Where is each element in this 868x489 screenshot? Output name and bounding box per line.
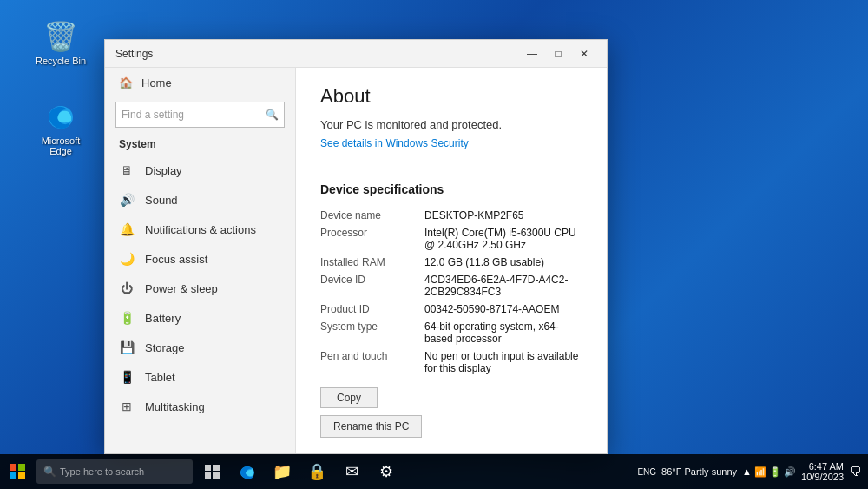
taskbar-search-box[interactable]: 🔍 (36, 459, 193, 484)
sidebar-item-tablet[interactable]: 📱 Tablet (105, 362, 295, 392)
table-row: Product ID 00342-50590-87174-AAOEM (320, 301, 582, 318)
spec-value: No pen or touch input is available for t… (424, 347, 582, 377)
spec-value: 00342-50590-87174-AAOEM (424, 301, 582, 318)
spec-label: Installed RAM (320, 254, 424, 271)
spec-label: Product ID (320, 301, 424, 318)
multitasking-icon: ⊞ (119, 399, 135, 414)
svg-rect-4 (18, 472, 25, 479)
taskbar-search-icon: 🔍 (43, 466, 56, 478)
minimize-button[interactable]: — (520, 43, 544, 64)
table-row: Installed RAM 12.0 GB (11.8 GB usable) (320, 254, 582, 271)
window-titlebar: Settings — □ ✕ (105, 40, 607, 68)
power-icon: ⏻ (119, 281, 135, 296)
notifications-icon: 🔔 (119, 221, 135, 237)
tablet-label: Tablet (145, 371, 175, 384)
microsoft-edge-icon[interactable]: Microsoft Edge (30, 96, 91, 160)
storage-label: Storage (145, 341, 185, 354)
spec-label: Pen and touch (320, 347, 424, 377)
clock-time: 6:47 AM (809, 461, 844, 472)
recycle-bin-icon[interactable]: 🗑️ Recycle Bin (30, 16, 91, 69)
settings-search-input[interactable] (122, 109, 266, 121)
device-specs-heading: Device specifications (320, 182, 582, 196)
focus-assist-label: Focus assist (145, 253, 207, 266)
svg-rect-6 (213, 465, 220, 471)
tablet-icon: 📱 (119, 369, 135, 385)
power-sleep-label: Power & sleep (145, 282, 218, 295)
battery-label: Battery (145, 312, 181, 325)
protected-text: Your PC is monitored and protected. (320, 118, 582, 131)
svg-rect-8 (213, 472, 220, 479)
spec-value: DESKTOP-KMP2F65 (424, 207, 582, 224)
notification-icon[interactable]: 🗨 (849, 465, 861, 479)
sidebar-item-multitasking[interactable]: ⊞ Multitasking (105, 392, 295, 421)
task-view-button[interactable] (196, 454, 229, 489)
table-row: System type 64-bit operating system, x64… (320, 318, 582, 347)
display-label: Display (145, 164, 182, 177)
security-link[interactable]: See details in Windows Security (320, 137, 469, 149)
about-title: About (320, 85, 582, 108)
start-button[interactable] (0, 454, 35, 489)
maximize-button[interactable]: □ (546, 43, 570, 64)
display-icon: 🖥 (119, 162, 135, 178)
sidebar-home[interactable]: 🏠 Home (105, 68, 295, 98)
spec-value: 64-bit operating system, x64-based proce… (424, 318, 582, 347)
storage-icon: 💾 (119, 340, 135, 355)
svg-rect-1 (10, 464, 16, 471)
spec-label: System type (320, 318, 424, 347)
desktop: 🗑️ Recycle Bin Microsoft Edge Settings —… (0, 0, 868, 489)
weather-display: 86°F Partly sunny (661, 466, 737, 477)
home-label: Home (141, 76, 172, 89)
multitasking-label: Multitasking (145, 400, 205, 413)
settings-body: 🏠 Home 🔍 System 🖥 Display 🔊 Sound (105, 68, 607, 453)
taskbar-right: ENG 86°F Partly sunny ▲ 📶 🔋 🔊 6:47 AM 10… (637, 461, 868, 482)
sidebar-item-display[interactable]: 🖥 Display (105, 155, 295, 185)
taskbar: 🔍 📁 🔒 ✉ ⚙ (0, 454, 868, 489)
rename-pc-button[interactable]: Rename this PC (320, 415, 422, 438)
spec-value: 12.0 GB (11.8 GB usable) (424, 254, 582, 271)
sound-label: Sound (145, 194, 178, 207)
mail-button[interactable]: ✉ (335, 454, 368, 489)
sidebar-item-notifications[interactable]: 🔔 Notifications & actions (105, 215, 295, 244)
notifications-label: Notifications & actions (145, 223, 256, 236)
file-explorer-button[interactable]: 📁 (266, 454, 299, 489)
spec-label: Processor (320, 224, 424, 254)
focus-assist-icon: 🌙 (119, 251, 135, 267)
recycle-bin-label: Recycle Bin (36, 56, 86, 66)
sidebar-item-sound[interactable]: 🔊 Sound (105, 185, 295, 215)
home-icon: 🏠 (119, 76, 133, 89)
taskbar-apps: 📁 🔒 ✉ ⚙ (196, 454, 403, 489)
table-row: Device ID 4CD34ED6-6E2A-4F7D-A4C2-2CB29C… (320, 271, 582, 301)
sidebar-item-battery[interactable]: 🔋 Battery (105, 303, 295, 333)
edge-taskbar-button[interactable] (231, 454, 264, 489)
sidebar-item-storage[interactable]: 💾 Storage (105, 333, 295, 362)
window-controls: — □ ✕ (520, 43, 596, 64)
copy-button[interactable]: Copy (320, 387, 378, 408)
clock-date: 10/9/2023 (801, 472, 844, 482)
window-title: Settings (115, 48, 520, 60)
battery-icon: 🔋 (119, 310, 135, 326)
sound-icon: 🔊 (119, 192, 135, 208)
spec-label: Device ID (320, 271, 424, 301)
close-button[interactable]: ✕ (572, 43, 596, 64)
svg-rect-2 (18, 464, 25, 471)
taskbar-clock[interactable]: 6:47 AM 10/9/2023 (801, 461, 844, 482)
device-specs-table: Device name DESKTOP-KMP2F65 Processor In… (320, 207, 582, 377)
language-icon: ENG (637, 467, 656, 477)
svg-rect-7 (205, 472, 211, 479)
edge-icon-label: Microsoft Edge (34, 135, 88, 156)
table-row: Processor Intel(R) Core(TM) i5-6300U CPU… (320, 224, 582, 254)
system-section-label: System (105, 135, 295, 155)
table-row: Device name DESKTOP-KMP2F65 (320, 207, 582, 224)
settings-search-box[interactable]: 🔍 (115, 102, 285, 128)
svg-rect-5 (205, 465, 211, 471)
sidebar-item-power-sleep[interactable]: ⏻ Power & sleep (105, 274, 295, 303)
settings-button[interactable]: ⚙ (370, 454, 403, 489)
settings-main: About Your PC is monitored and protected… (296, 68, 607, 453)
spec-label: Device name (320, 207, 424, 224)
lock-button[interactable]: 🔒 (300, 454, 333, 489)
taskbar-search-input[interactable] (60, 466, 181, 477)
table-row: Pen and touch No pen or touch input is a… (320, 347, 582, 377)
settings-sidebar: 🏠 Home 🔍 System 🖥 Display 🔊 Sound (105, 68, 296, 453)
sidebar-item-focus-assist[interactable]: 🌙 Focus assist (105, 244, 295, 274)
search-icon: 🔍 (266, 109, 279, 121)
